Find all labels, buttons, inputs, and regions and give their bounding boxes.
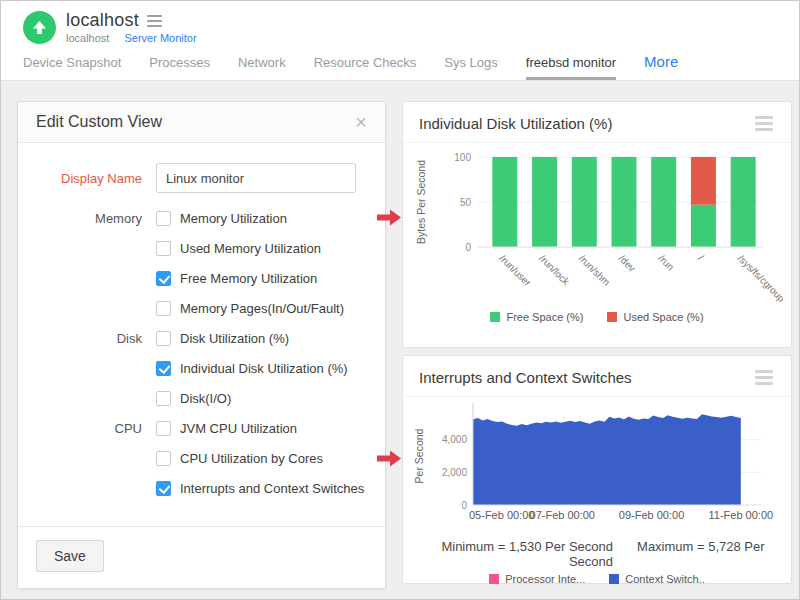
tab-freebsd-monitor[interactable]: freebsd monitor bbox=[526, 55, 616, 80]
legend-swatch bbox=[609, 574, 619, 584]
breadcrumb: localhost Server Monitor bbox=[66, 32, 197, 44]
option-label[interactable]: Interrupts and Context Switches bbox=[180, 481, 364, 496]
option-label[interactable]: Individual Disk Utilization (%) bbox=[180, 361, 348, 376]
checkbox-disk-utilization-[interactable] bbox=[156, 331, 171, 346]
option-row: Used Memory Utilization bbox=[36, 241, 367, 256]
svg-text:/run/shm: /run/shm bbox=[577, 253, 612, 288]
option-row: Interrupts and Context Switches bbox=[36, 481, 367, 496]
svg-text:Bytes Per Second: Bytes Per Second bbox=[415, 160, 427, 244]
svg-text:50: 50 bbox=[460, 197, 472, 208]
chart-minimum: Minimum = 1,530 Per Second bbox=[441, 539, 613, 554]
svg-text:/: / bbox=[696, 253, 706, 263]
interrupts-area-chart: 02,0004,000Per Second05-Feb 00:0007-Feb … bbox=[411, 401, 783, 532]
option-label[interactable]: Memory Pages(In/Out/Fault) bbox=[180, 301, 344, 316]
tab-resource-checks[interactable]: Resource Checks bbox=[314, 55, 417, 80]
svg-text:09-Feb 00:00: 09-Feb 00:00 bbox=[619, 509, 684, 521]
checkbox-individual-disk-utilization-[interactable] bbox=[156, 361, 171, 376]
pointer-arrow-disk-icon bbox=[377, 209, 401, 226]
arrow-up-icon bbox=[32, 20, 47, 35]
chart-menu-icon[interactable] bbox=[753, 368, 775, 387]
app-header: localhost localhost Server Monitor bbox=[1, 1, 799, 49]
svg-text:/run: /run bbox=[656, 253, 676, 273]
option-row: CPU Utilization by Cores bbox=[36, 451, 367, 466]
save-button[interactable]: Save bbox=[36, 540, 104, 572]
svg-text:100: 100 bbox=[454, 152, 471, 163]
svg-text:/sys/fs/cgroup: /sys/fs/cgroup bbox=[736, 253, 783, 305]
pointer-arrow-interrupts-icon bbox=[377, 450, 401, 467]
legend-item[interactable]: Processor Inte... bbox=[489, 573, 585, 585]
svg-text:11-Feb 00:00: 11-Feb 00:00 bbox=[709, 509, 774, 521]
option-row: MemoryMemory Utilization bbox=[36, 211, 367, 226]
svg-text:4,000: 4,000 bbox=[442, 434, 467, 445]
checkbox-free-memory-utilization[interactable] bbox=[156, 271, 171, 286]
svg-text:05-Feb 00:00: 05-Feb 00:00 bbox=[469, 509, 534, 521]
tab-sys-logs[interactable]: Sys Logs bbox=[444, 55, 497, 80]
interrupts-card: Interrupts and Context Switches 02,0004,… bbox=[402, 355, 792, 584]
main-content: Edit Custom View × Display Name MemoryMe… bbox=[1, 80, 799, 599]
interrupts-chart-legend: Processor Inte...Context Switch.. bbox=[411, 573, 783, 585]
legend-item[interactable]: Free Space (%) bbox=[490, 311, 583, 323]
svg-text:07-Feb 00:00: 07-Feb 00:00 bbox=[530, 509, 595, 521]
modal-footer: Save bbox=[18, 526, 385, 588]
svg-text:0: 0 bbox=[465, 242, 471, 253]
group-label-disk: Disk bbox=[36, 331, 156, 346]
svg-text:/run/user: /run/user bbox=[497, 253, 533, 289]
modal-header: Edit Custom View × bbox=[18, 102, 385, 143]
checkbox-memory-utilization[interactable] bbox=[156, 211, 171, 226]
modal-title: Edit Custom View bbox=[36, 113, 162, 131]
interrupts-chart-title: Interrupts and Context Switches bbox=[419, 369, 632, 386]
monitor-status-avatar bbox=[23, 11, 56, 44]
modal-body: Display Name MemoryMemory UtilizationUse… bbox=[18, 143, 385, 526]
chart-menu-icon[interactable] bbox=[753, 114, 775, 133]
breadcrumb-server-monitor-link[interactable]: Server Monitor bbox=[124, 32, 196, 44]
option-label[interactable]: Free Memory Utilization bbox=[180, 271, 317, 286]
edit-custom-view-modal: Edit Custom View × Display Name MemoryMe… bbox=[17, 101, 386, 589]
legend-swatch bbox=[489, 574, 499, 584]
disk-chart-legend: Free Space (%)Used Space (%) bbox=[411, 311, 783, 323]
disk-utilization-card: Individual Disk Utilization (%) 050100By… bbox=[402, 101, 792, 348]
option-label[interactable]: Disk(I/O) bbox=[180, 391, 231, 406]
display-name-label: Display Name bbox=[36, 171, 156, 186]
tab-device-snapshot[interactable]: Device Snapshot bbox=[23, 55, 121, 80]
page-title: localhost bbox=[66, 10, 139, 31]
tab-more[interactable]: More bbox=[644, 53, 678, 80]
close-icon[interactable]: × bbox=[355, 112, 367, 132]
tab-network[interactable]: Network bbox=[238, 55, 286, 80]
option-label[interactable]: CPU Utilization by Cores bbox=[180, 451, 323, 466]
breadcrumb-host: localhost bbox=[66, 32, 109, 44]
group-label-memory: Memory bbox=[36, 211, 156, 226]
tab-bar: Device SnapshotProcessesNetworkResource … bbox=[1, 49, 799, 80]
tab-processes[interactable]: Processes bbox=[149, 55, 210, 80]
disk-chart-title: Individual Disk Utilization (%) bbox=[419, 115, 612, 132]
group-label-cpu: CPU bbox=[36, 421, 156, 436]
svg-text:0: 0 bbox=[461, 500, 467, 511]
display-name-input[interactable] bbox=[156, 163, 356, 193]
svg-text:/dev: /dev bbox=[617, 253, 638, 274]
option-row: Free Memory Utilization bbox=[36, 271, 367, 286]
svg-text:Per Second: Per Second bbox=[413, 428, 425, 483]
legend-swatch bbox=[607, 312, 617, 322]
option-label[interactable]: Used Memory Utilization bbox=[180, 241, 321, 256]
svg-text:/run/lock: /run/lock bbox=[537, 253, 572, 288]
svg-text:2,000: 2,000 bbox=[442, 467, 467, 478]
checkbox-cpu-utilization-by-cores[interactable] bbox=[156, 451, 171, 466]
checkbox-memory-pages-in-out-fault-[interactable] bbox=[156, 301, 171, 316]
hamburger-menu-icon[interactable] bbox=[147, 15, 162, 27]
option-row: Individual Disk Utilization (%) bbox=[36, 361, 367, 376]
legend-swatch bbox=[490, 312, 500, 322]
option-row: Memory Pages(In/Out/Fault) bbox=[36, 301, 367, 316]
option-label[interactable]: Disk Utilization (%) bbox=[180, 331, 289, 346]
legend-item[interactable]: Used Space (%) bbox=[607, 311, 703, 323]
checkbox-used-memory-utilization[interactable] bbox=[156, 241, 171, 256]
chart-minmax: Minimum = 1,530 Per SecondMaximum = 5,72… bbox=[411, 539, 783, 569]
option-row: CPUJVM CPU Utilization bbox=[36, 421, 367, 436]
disk-utilization-bar-chart: 050100Bytes Per Second/run/user/run/lock… bbox=[411, 147, 783, 305]
option-label[interactable]: Memory Utilization bbox=[180, 211, 287, 226]
checkbox-interrupts-and-context-switches[interactable] bbox=[156, 481, 171, 496]
option-row: DiskDisk Utilization (%) bbox=[36, 331, 367, 346]
legend-item[interactable]: Context Switch.. bbox=[609, 573, 704, 585]
option-label[interactable]: JVM CPU Utilization bbox=[180, 421, 297, 436]
checkbox-jvm-cpu-utilization[interactable] bbox=[156, 421, 171, 436]
option-row: Disk(I/O) bbox=[36, 391, 367, 406]
checkbox-disk-i-o-[interactable] bbox=[156, 391, 171, 406]
